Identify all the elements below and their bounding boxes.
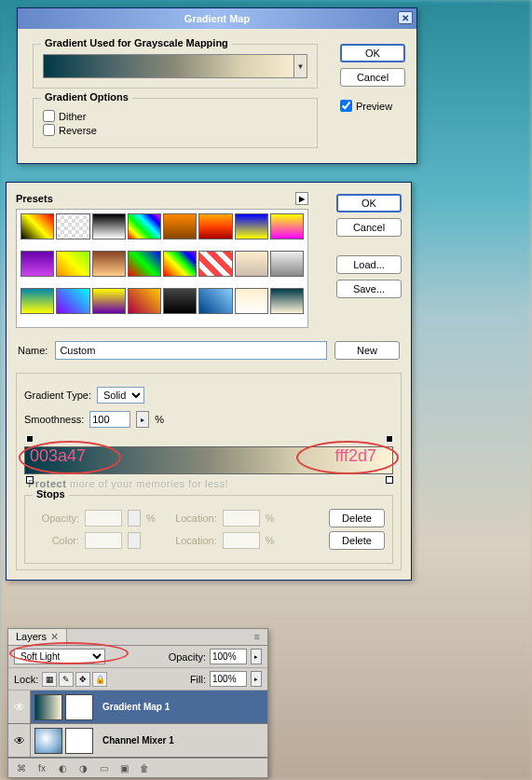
- gradient-dropdown-arrow[interactable]: ▼: [293, 55, 307, 77]
- close-icon[interactable]: ✕: [50, 631, 59, 642]
- gradient-map-title: Gradient Map: [184, 13, 250, 24]
- preview-input[interactable]: [340, 100, 352, 112]
- gradient-map-titlebar[interactable]: Gradient Map ✕: [18, 8, 416, 29]
- reverse-label: Reverse: [59, 125, 97, 136]
- blend-mode-select[interactable]: Soft Light: [14, 649, 105, 664]
- visibility-icon[interactable]: 👁: [8, 724, 31, 757]
- preset-swatch[interactable]: [92, 213, 126, 239]
- layers-panel: Layers✕ ≡ Soft Light Opacity: ▸ Lock: ▦ …: [7, 628, 268, 778]
- lock-transparency-icon[interactable]: ▦: [42, 672, 57, 687]
- dither-input[interactable]: [43, 110, 55, 122]
- preset-swatch[interactable]: [163, 213, 197, 239]
- layer-item-channel-mixer[interactable]: 👁 Channel Mixer 1: [8, 724, 267, 758]
- preview-checkbox[interactable]: Preview: [340, 100, 405, 112]
- link-layers-icon[interactable]: ⌘: [12, 760, 31, 775]
- close-icon[interactable]: ✕: [398, 11, 413, 24]
- preset-swatch[interactable]: [56, 251, 89, 277]
- fill-label: Fill:: [190, 674, 206, 685]
- ok-button[interactable]: OK: [340, 44, 405, 62]
- dither-label: Dither: [59, 111, 86, 122]
- smoothness-input[interactable]: [89, 411, 130, 428]
- preset-swatch[interactable]: [163, 251, 197, 277]
- opacity-label: Opacity:: [33, 513, 79, 524]
- smoothness-spinner[interactable]: ▸: [136, 411, 149, 428]
- name-input[interactable]: [55, 341, 327, 360]
- layer-mask-thumbnail[interactable]: [65, 694, 93, 720]
- preset-swatch[interactable]: [198, 288, 232, 314]
- cancel-button[interactable]: Cancel: [336, 218, 402, 237]
- layer-thumbnail[interactable]: [34, 694, 62, 720]
- delete-opacity-button[interactable]: Delete: [329, 509, 385, 527]
- adjustment-layer-icon[interactable]: ◑: [74, 760, 92, 775]
- preset-swatch[interactable]: [270, 288, 304, 314]
- preset-swatch[interactable]: [56, 288, 89, 314]
- preset-swatch[interactable]: [56, 213, 89, 239]
- gradient-map-dialog: Gradient Map ✕ Gradient Used for Graysca…: [17, 7, 417, 164]
- visibility-icon[interactable]: 👁: [8, 691, 31, 723]
- preset-swatch[interactable]: [128, 213, 161, 239]
- layer-style-icon[interactable]: fx: [33, 760, 51, 775]
- preset-swatch[interactable]: [235, 251, 268, 277]
- color-stop-left[interactable]: [24, 476, 34, 486]
- new-button[interactable]: New: [334, 341, 400, 360]
- preset-swatch[interactable]: [20, 213, 54, 239]
- save-button[interactable]: Save...: [336, 280, 402, 298]
- preset-swatch[interactable]: [20, 288, 54, 314]
- preset-swatch[interactable]: [198, 213, 232, 239]
- presets-label: Presets: [16, 193, 53, 204]
- opacity-input[interactable]: [210, 649, 247, 664]
- cancel-button[interactable]: Cancel: [340, 68, 405, 87]
- preset-swatch[interactable]: [20, 251, 54, 277]
- preset-swatch[interactable]: [128, 251, 161, 277]
- presets-grid[interactable]: [16, 209, 308, 328]
- gradient-strip-editor[interactable]: 003a47 fff2d7: [24, 435, 393, 486]
- preset-swatch[interactable]: [235, 288, 268, 314]
- preset-swatch[interactable]: [92, 251, 126, 277]
- dither-checkbox[interactable]: Dither: [43, 110, 307, 122]
- new-layer-icon[interactable]: ▣: [115, 760, 133, 775]
- layer-thumbnail[interactable]: [34, 728, 62, 754]
- layer-mask-thumbnail[interactable]: [65, 728, 93, 754]
- opacity-stop-right[interactable]: [384, 435, 393, 445]
- gradient-editor-dialog: Presets ▶: [6, 182, 412, 581]
- opacity-stop-left[interactable]: [24, 435, 34, 445]
- load-button[interactable]: Load...: [336, 255, 402, 274]
- gradient-type-select[interactable]: Solid: [97, 387, 144, 404]
- preset-swatch[interactable]: [198, 251, 232, 277]
- lock-label: Lock:: [14, 674, 38, 685]
- panel-menu-icon[interactable]: ≡: [249, 629, 267, 645]
- color-stop-right[interactable]: [384, 476, 393, 486]
- gradient-options-label: Gradient Options: [41, 91, 132, 103]
- grayscale-mapping-group: Gradient Used for Grayscale Mapping ▼: [33, 44, 318, 89]
- lock-pixels-icon[interactable]: ✎: [59, 672, 74, 687]
- location-label: Location:: [171, 513, 217, 524]
- reverse-input[interactable]: [43, 124, 55, 136]
- preset-swatch[interactable]: [163, 288, 197, 314]
- lock-all-icon[interactable]: 🔒: [92, 672, 107, 687]
- reverse-checkbox[interactable]: Reverse: [43, 124, 307, 136]
- preset-swatch[interactable]: [270, 213, 304, 239]
- ok-button[interactable]: OK: [336, 194, 402, 212]
- pct-label: %: [146, 513, 156, 524]
- layers-tab[interactable]: Layers✕: [8, 629, 67, 645]
- layer-item-gradient-map[interactable]: 👁 Gradient Map 1: [8, 691, 267, 724]
- layer-mask-icon[interactable]: ◐: [53, 760, 72, 775]
- location-label: Location:: [171, 535, 217, 546]
- location-input: [223, 532, 260, 549]
- color-label: Color:: [33, 535, 79, 546]
- presets-menu-arrow[interactable]: ▶: [295, 192, 308, 205]
- smoothness-unit: %: [155, 414, 164, 425]
- group-icon[interactable]: ▭: [94, 760, 113, 775]
- preset-swatch[interactable]: [92, 288, 126, 314]
- gradient-preview-bar[interactable]: ▼: [43, 54, 307, 78]
- fill-spinner[interactable]: ▸: [251, 671, 262, 687]
- opacity-spinner[interactable]: ▸: [251, 649, 262, 664]
- preset-swatch[interactable]: [270, 251, 304, 277]
- delete-color-button[interactable]: Delete: [329, 531, 385, 550]
- preset-swatch[interactable]: [128, 288, 161, 314]
- preset-swatch[interactable]: [235, 213, 268, 239]
- lock-position-icon[interactable]: ✥: [75, 672, 90, 687]
- fill-input[interactable]: [210, 671, 247, 687]
- color-swatch-input: [85, 532, 122, 549]
- trash-icon[interactable]: 🗑: [135, 760, 154, 775]
